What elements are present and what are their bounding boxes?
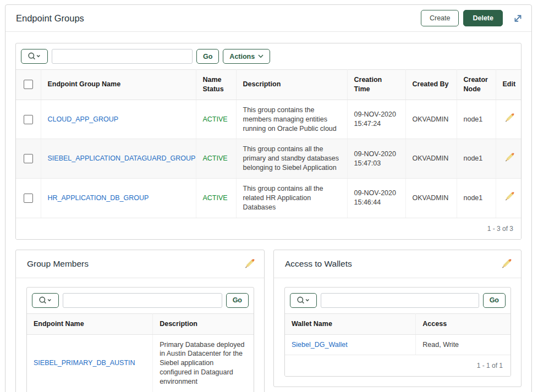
access-to-wallets-region: Access to Wallets (273, 250, 521, 388)
col-creator-node: Creator Node (457, 70, 496, 100)
creation-time-cell: 09-NOV-2020 15:47:03 (347, 139, 405, 179)
expand-icon (513, 14, 523, 23)
creation-time-cell: 09-NOV-2020 15:46:44 (347, 179, 405, 218)
maximize-region-button[interactable] (513, 14, 523, 23)
col-access: Access (416, 313, 510, 334)
table-header-row: Endpoint Name Description (27, 313, 254, 334)
actions-menu-button[interactable]: Actions (223, 49, 270, 64)
created-by-cell: OKVADMIN (405, 100, 457, 139)
col-endpoint-group-name: Endpoint Group Name (41, 70, 196, 100)
group-members-report: Go Endpoint Name Description SIEBEL_PRIM… (26, 287, 254, 392)
row-checkbox[interactable] (24, 194, 33, 203)
group-members-title: Group Members (27, 259, 245, 269)
group-members-table: Endpoint Name Description SIEBEL_PRIMARY… (27, 313, 254, 392)
creator-node-cell: node1 (457, 100, 496, 139)
chevron-down-icon (258, 54, 263, 58)
go-button[interactable]: Go (226, 293, 249, 308)
col-endpoint-name: Endpoint Name (27, 313, 153, 334)
endpoint-groups-table: Endpoint Group Name Name Status Descript… (16, 69, 521, 218)
endpoint-group-link[interactable]: SIEBEL_APPLICATION_DATAGUARD_GROUP (48, 154, 196, 162)
group-members-region: Group Members (15, 250, 265, 392)
search-column-selector[interactable] (290, 293, 317, 308)
endpoint-group-link[interactable]: HR_APPLICATION_DB_GROUP (48, 194, 149, 202)
table-row: HR_APPLICATION_DB_GROUP ACTIVE This grou… (16, 179, 521, 218)
col-created-by: Created By (405, 70, 457, 100)
creator-node-cell: node1 (457, 139, 496, 179)
endpoint-groups-search-toolbar: Go Actions (16, 43, 521, 69)
creation-time-cell: 09-NOV-2020 15:47:24 (347, 100, 405, 139)
delete-button[interactable]: Delete (463, 10, 503, 26)
actions-label: Actions (229, 53, 255, 60)
description-cell: This group contains all the primary and … (236, 139, 347, 179)
status-badge: ACTIVE (203, 115, 228, 123)
endpoint-groups-region: Endpoint Groups Create Delete (5, 4, 532, 392)
edit-pencil-icon[interactable] (505, 192, 514, 201)
col-description: Description (153, 313, 254, 334)
region-header: Endpoint Groups Create Delete (6, 5, 531, 32)
pagination-label: 1 - 1 of 1 (285, 355, 510, 376)
edit-pencil-icon[interactable] (505, 113, 514, 123)
table-row: Siebel_DG_Wallet Read, Write (285, 334, 510, 355)
edit-pencil-icon[interactable] (505, 153, 514, 162)
created-by-cell: OKVADMIN (405, 139, 457, 179)
search-column-selector[interactable] (21, 49, 48, 64)
edit-wallet-access-button[interactable] (502, 259, 512, 269)
access-to-wallets-header: Access to Wallets (274, 250, 521, 278)
search-icon (27, 52, 42, 61)
search-icon (38, 296, 53, 305)
col-edit: Edit (496, 70, 521, 100)
endpoint-link[interactable]: SIEBEL_PRIMARY_DB_AUSTIN (34, 359, 135, 367)
status-badge: ACTIVE (203, 194, 228, 202)
description-cell: Primary Database deployed in Austin Data… (153, 334, 254, 392)
pencil-icon (245, 259, 255, 269)
table-row: SIEBEL_APPLICATION_DATAGUARD_GROUP ACTIV… (16, 139, 521, 179)
go-button[interactable]: Go (483, 293, 506, 308)
edit-group-members-button[interactable] (245, 259, 255, 269)
description-cell: This group contains all the related HR A… (236, 179, 347, 218)
col-description: Description (236, 70, 347, 100)
pagination-label: 1 - 3 of 3 (16, 218, 521, 239)
search-input[interactable] (63, 293, 222, 308)
go-button[interactable]: Go (196, 49, 219, 64)
row-checkbox[interactable] (24, 115, 33, 124)
endpoint-group-link[interactable]: CLOUD_APP_GROUP (48, 115, 119, 123)
access-to-wallets-table: Wallet Name Access Siebel_DG_Wallet Read… (285, 313, 510, 356)
table-row: CLOUD_APP_GROUP ACTIVE This group contai… (16, 100, 521, 139)
access-cell: Read, Write (416, 334, 510, 355)
create-button[interactable]: Create (421, 10, 459, 26)
group-members-header: Group Members (16, 250, 264, 278)
search-icon (296, 296, 311, 305)
creator-node-cell: node1 (457, 179, 496, 218)
wallet-link[interactable]: Siebel_DG_Wallet (292, 341, 348, 349)
search-column-selector[interactable] (32, 293, 59, 308)
page-title: Endpoint Groups (16, 13, 421, 24)
endpoint-groups-report: Go Actions Endpoint Group Name (15, 43, 521, 240)
access-to-wallets-report: Go Wallet Name Access Siebel_DG_Wallet R… (284, 287, 511, 377)
table-header-row: Wallet Name Access (285, 313, 510, 334)
search-input[interactable] (321, 293, 479, 308)
wallets-search-toolbar: Go (285, 288, 510, 313)
col-wallet-name: Wallet Name (285, 313, 416, 334)
status-badge: ACTIVE (203, 154, 228, 162)
search-input[interactable] (52, 49, 193, 64)
description-cell: This group contains the members managing… (236, 100, 347, 139)
pencil-icon (502, 259, 512, 269)
col-name-status: Name Status (196, 70, 236, 100)
col-creation-time: Creation Time (347, 70, 405, 100)
table-header-row: Endpoint Group Name Name Status Descript… (16, 70, 521, 100)
table-row: SIEBEL_PRIMARY_DB_AUSTIN Primary Databas… (27, 334, 254, 392)
detail-panels: Group Members (15, 250, 521, 392)
created-by-cell: OKVADMIN (405, 179, 457, 218)
access-to-wallets-title: Access to Wallets (285, 259, 502, 269)
row-checkbox[interactable] (24, 154, 33, 163)
group-members-search-toolbar: Go (27, 288, 254, 313)
select-all-checkbox[interactable] (24, 80, 33, 89)
